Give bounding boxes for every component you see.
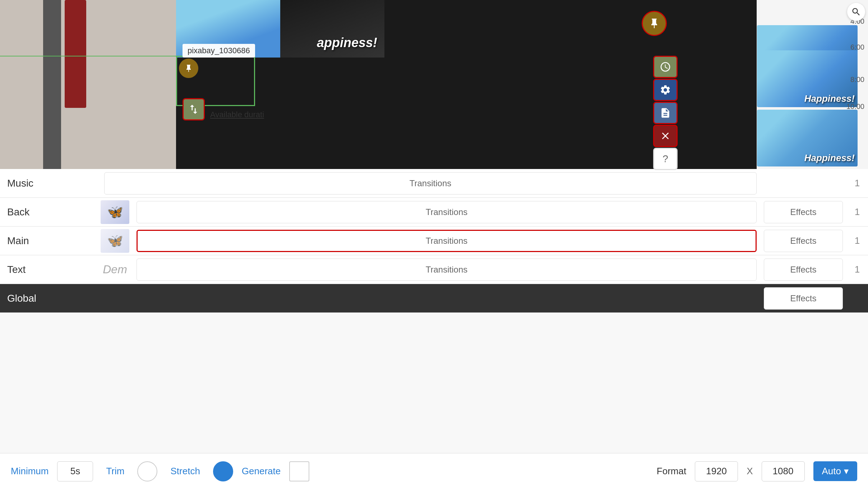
zoom-icon[interactable] (847, 3, 865, 21)
context-menu-delete-button[interactable] (653, 125, 678, 147)
track-number-back: 1 (846, 206, 868, 218)
video-thumb-top2: appiness! (280, 0, 384, 58)
auto-button[interactable]: Auto ▾ (813, 461, 858, 481)
butterfly-light-icon: 🦋 (107, 233, 123, 248)
effects-button-text[interactable]: Effects (764, 259, 843, 281)
butterfly-light-thumb: 🦋 (101, 229, 129, 253)
preview-thumb-3: Happiness! (757, 110, 858, 166)
track-label-global: Global (0, 293, 101, 304)
auto-label: Auto (822, 466, 841, 477)
waveform-background (0, 0, 176, 169)
transitions-area-music: Transitions (101, 172, 760, 195)
context-menu-help-button[interactable]: ? (653, 148, 678, 170)
pixabay-label: pixabay_1030686 (183, 44, 255, 58)
waveform-dark-track (43, 0, 61, 169)
waveform-area (0, 0, 176, 169)
minimum-label: Minimum (11, 466, 49, 477)
pin-button-small[interactable] (179, 59, 198, 78)
transitions-button-back[interactable]: Transitions (137, 201, 757, 223)
track-thumb-back: 🦋 (101, 200, 129, 224)
auto-chevron-icon: ▾ (844, 466, 849, 477)
available-duration-text: Available durati (210, 110, 264, 119)
effects-area-text: Effects (760, 259, 846, 281)
effects-area-back: Effects (760, 201, 846, 223)
trim-circle[interactable] (137, 461, 157, 481)
height-input[interactable] (762, 461, 805, 481)
butterfly-dark-icon: 🦋 (107, 205, 123, 220)
preview-thumb-2: Happiness! (757, 50, 858, 107)
width-input[interactable] (695, 461, 738, 481)
track-number-main: 1 (846, 235, 868, 246)
context-menu: ? (653, 56, 678, 170)
text-thumb-content: Dem (103, 263, 127, 276)
timeline-green-line (0, 56, 176, 56)
preview-panel: 4:00 6:00 Happiness! 8:00 10:00 Happines… (757, 0, 868, 169)
trim-button[interactable]: Trim (102, 463, 129, 480)
effects-button-main[interactable]: Effects (764, 230, 843, 252)
generate-button[interactable]: Generate (242, 466, 281, 477)
context-menu-clock-button[interactable] (653, 56, 678, 78)
format-label: Format (657, 466, 686, 477)
track-label-back: Back (0, 206, 101, 218)
track-row-music: Music Transitions 1 (0, 169, 868, 198)
help-icon: ? (662, 153, 668, 165)
butterfly-dark-thumb: 🦋 (101, 200, 129, 224)
x-separator: X (747, 466, 753, 477)
track-row-back: Back 🦋 Transitions Effects 1 (0, 198, 868, 227)
effects-button-back[interactable]: Effects (764, 201, 843, 223)
track-thumb-main: 🦋 (101, 229, 129, 253)
tracks-container: Music Transitions 1 Back 🦋 Transitions E… (0, 169, 868, 453)
track-row-text: Text Dem Transitions Effects 1 (0, 255, 868, 284)
generate-square[interactable] (289, 461, 309, 481)
transitions-area-back: Transitions (133, 201, 760, 223)
effects-button-global[interactable]: Effects (764, 287, 843, 310)
waveform-red-track (65, 0, 86, 108)
track-label-main: Main (0, 235, 101, 247)
stretch-circle-filled[interactable] (213, 461, 233, 481)
timeline-section: Music Transitions 1 Back 🦋 Transitions E… (0, 169, 868, 489)
happiness-text: appiness! (317, 35, 377, 50)
bottom-toolbar: Minimum Trim Stretch Generate Format X A… (0, 453, 868, 489)
track-thumb-text: Dem (101, 258, 129, 282)
track-label-text: Text (0, 264, 101, 275)
editor-area: appiness! pixabay_1030686 (0, 0, 868, 169)
track-number-music: 1 (846, 178, 868, 189)
happiness-preview-text-3: Happiness! (804, 152, 855, 164)
transitions-area-text: Transitions (133, 259, 760, 281)
track-row-global: Global Effects (0, 284, 868, 313)
track-label-music: Music (0, 178, 101, 189)
swap-button[interactable] (183, 98, 205, 120)
track-row-main: Main 🦋 Transitions Effects 1 (0, 227, 868, 255)
transitions-button-text[interactable]: Transitions (137, 259, 757, 281)
transitions-area-main: Transitions (133, 230, 760, 252)
effects-area-main: Effects (760, 230, 846, 252)
pin-button-top[interactable] (642, 11, 667, 36)
transitions-button-main[interactable]: Transitions (137, 230, 757, 252)
transitions-button-music[interactable]: Transitions (104, 172, 757, 195)
minimum-input[interactable] (57, 461, 93, 481)
video-canvas: appiness! pixabay_1030686 (176, 0, 757, 169)
context-menu-gear-button[interactable] (653, 79, 678, 101)
stretch-button[interactable]: Stretch (166, 463, 204, 480)
time-marker-8: 8:00 (850, 76, 864, 84)
effects-area-global: Effects (760, 287, 846, 310)
track-number-text: 1 (846, 264, 868, 275)
context-menu-doc-button[interactable] (653, 102, 678, 124)
